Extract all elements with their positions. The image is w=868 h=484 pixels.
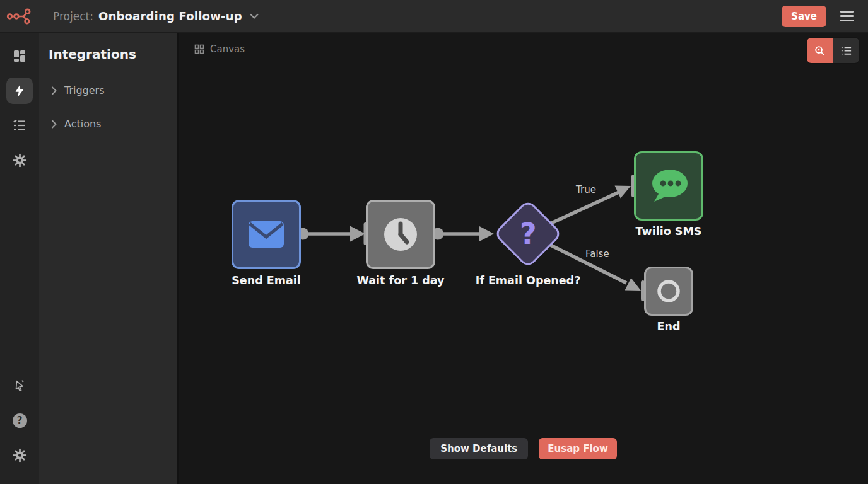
canvas-footer: Show Defaults Eusap Flow [179, 438, 868, 459]
edge-label-false: False [585, 248, 609, 260]
top-bar: Project: Onboarding Follow-up Save [0, 0, 868, 33]
sidebar-group-actions[interactable]: Actions [49, 114, 177, 134]
icon-rail: ? [0, 33, 39, 484]
node-label-wait: Wait for 1 day [347, 274, 454, 287]
hamburger-menu-icon[interactable] [838, 8, 857, 24]
chevron-down-icon [250, 13, 259, 19]
show-defaults-button[interactable]: Show Defaults [430, 438, 528, 459]
rail-item-help[interactable]: ? [6, 407, 33, 434]
question-mark-icon: ? [520, 219, 537, 248]
group-label: Actions [64, 118, 101, 130]
rail-item-preferences[interactable] [6, 442, 33, 468]
rail-item-tour[interactable] [6, 372, 33, 399]
node-label-send-email: Send Email [213, 274, 320, 287]
rail-item-settings[interactable] [6, 147, 33, 173]
ring-icon [656, 279, 681, 304]
help-circle-icon: ? [13, 413, 27, 428]
chevron-right-icon [51, 120, 57, 129]
chat-bubble-icon [648, 168, 689, 204]
app-logo[interactable] [0, 6, 39, 26]
node-label-end: End [615, 320, 722, 333]
project-selector[interactable]: Project: Onboarding Follow-up [53, 9, 259, 23]
chevron-right-icon [51, 86, 57, 95]
pointer-tour-icon [13, 379, 26, 393]
integrations-panel: Integrations Triggers Actions [39, 33, 179, 484]
project-label: Project: [53, 10, 93, 23]
save-button[interactable]: Save [782, 6, 826, 27]
sidebar-group-triggers[interactable]: Triggers [49, 81, 177, 100]
rail-item-tasks[interactable] [6, 112, 33, 139]
node-label-twilio: Twilio SMS [615, 225, 722, 238]
node-send-email[interactable] [232, 200, 301, 269]
workflow-logo-icon [6, 6, 33, 26]
node-label-decision: If Email Opened? [474, 274, 582, 287]
gear-icon [13, 153, 27, 168]
group-label: Triggers [64, 84, 105, 96]
node-twilio-sms[interactable] [634, 151, 703, 221]
node-end[interactable] [644, 267, 693, 316]
flow-canvas[interactable]: Canvas [179, 33, 868, 484]
node-wait[interactable] [366, 200, 435, 269]
gear-icon [13, 448, 27, 463]
lightning-bolt-icon [13, 83, 26, 98]
rail-item-dashboard[interactable] [6, 43, 33, 69]
primary-flow-button[interactable]: Eusap Flow [539, 438, 617, 459]
rail-item-automations[interactable] [6, 78, 33, 104]
panel-title: Integrations [49, 47, 177, 62]
envelope-icon [247, 220, 285, 249]
dashboard-grid-icon [12, 49, 27, 64]
clock-icon [383, 217, 418, 252]
task-list-icon [12, 118, 27, 133]
edge-label-true: True [576, 184, 596, 195]
project-name: Onboarding Follow-up [98, 9, 242, 23]
